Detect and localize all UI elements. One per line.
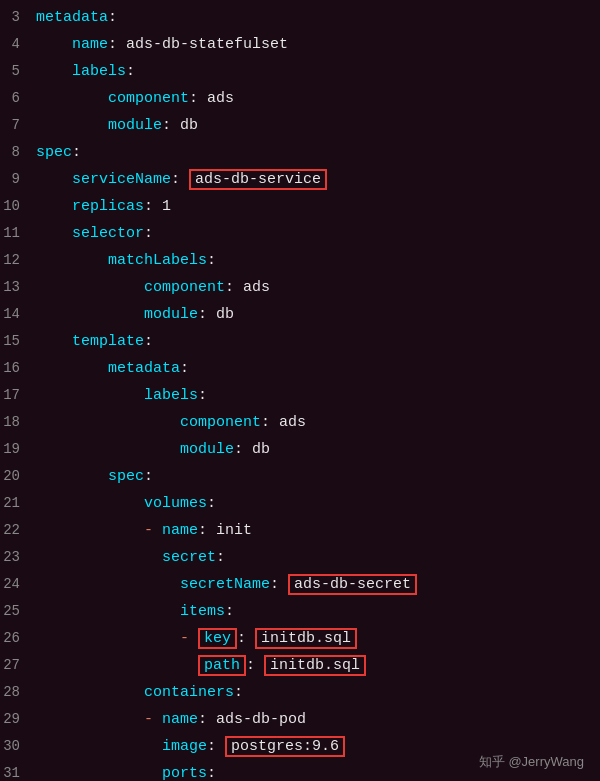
yaml-punctuation: : — [108, 9, 117, 26]
yaml-punctuation: : — [207, 765, 216, 781]
yaml-punctuation: : — [144, 198, 162, 215]
code-line: 11 selector: — [0, 220, 600, 247]
line-content: volumes: — [32, 491, 600, 517]
line-number: 8 — [0, 139, 32, 165]
line-number: 17 — [0, 382, 32, 408]
yaml-key: spec — [108, 468, 144, 485]
yaml-punctuation: : — [144, 333, 153, 350]
yaml-punctuation: : — [198, 522, 216, 539]
yaml-key: containers — [144, 684, 234, 701]
yaml-punctuation: : — [261, 414, 279, 431]
yaml-key: module — [144, 306, 198, 323]
line-number: 29 — [0, 706, 32, 732]
yaml-key: matchLabels — [108, 252, 207, 269]
line-content: serviceName: ads-db-service — [32, 167, 600, 193]
code-line: 21 volumes: — [0, 490, 600, 517]
line-content: module: db — [32, 113, 600, 139]
line-content: module: db — [32, 437, 600, 463]
yaml-punctuation: : — [234, 441, 252, 458]
yaml-punctuation: : — [225, 279, 243, 296]
line-content: replicas: 1 — [32, 194, 600, 220]
yaml-value-highlighted: ads-db-service — [189, 169, 327, 190]
code-editor: 3metadata:4 name: ads-db-statefulset5 la… — [0, 0, 600, 781]
yaml-key: module — [108, 117, 162, 134]
yaml-key: volumes — [144, 495, 207, 512]
yaml-value-highlighted2: initdb.sql — [264, 655, 366, 676]
code-line: 10 replicas: 1 — [0, 193, 600, 220]
yaml-punctuation: : — [198, 711, 216, 728]
yaml-value: db — [180, 117, 198, 134]
line-content: labels: — [32, 383, 600, 409]
code-line: 9 serviceName: ads-db-service — [0, 166, 600, 193]
yaml-key: spec — [36, 144, 72, 161]
yaml-key: module — [180, 441, 234, 458]
yaml-punctuation: : — [126, 63, 135, 80]
code-line: 17 labels: — [0, 382, 600, 409]
yaml-key: labels — [72, 63, 126, 80]
line-content: component: ads — [32, 410, 600, 436]
line-number: 13 — [0, 274, 32, 300]
line-content: component: ads — [32, 86, 600, 112]
line-number: 20 — [0, 463, 32, 489]
line-number: 5 — [0, 58, 32, 84]
line-number: 6 — [0, 85, 32, 111]
line-content: name: ads-db-statefulset — [32, 32, 600, 58]
yaml-key: ports — [162, 765, 207, 781]
yaml-punctuation: : — [198, 306, 216, 323]
yaml-punctuation: : — [144, 225, 153, 242]
yaml-punctuation: : — [237, 630, 255, 647]
code-line: 20 spec: — [0, 463, 600, 490]
line-content: containers: — [32, 680, 600, 706]
code-line: 13 component: ads — [0, 274, 600, 301]
yaml-value: ads-db-statefulset — [126, 36, 288, 53]
line-content: secret: — [32, 545, 600, 571]
yaml-punctuation: : — [162, 117, 180, 134]
line-number: 22 — [0, 517, 32, 543]
yaml-key: metadata — [36, 9, 108, 26]
yaml-value: ads — [243, 279, 270, 296]
code-line: 19 module: db — [0, 436, 600, 463]
line-content: secretName: ads-db-secret — [32, 572, 600, 598]
code-line: 16 metadata: — [0, 355, 600, 382]
yaml-key: replicas — [72, 198, 144, 215]
yaml-key: serviceName — [72, 171, 171, 188]
line-number: 26 — [0, 625, 32, 651]
yaml-key: metadata — [108, 360, 180, 377]
yaml-key: items — [180, 603, 225, 620]
line-number: 4 — [0, 31, 32, 57]
yaml-key: component — [144, 279, 225, 296]
code-line: 26 - key: initdb.sql — [0, 625, 600, 652]
line-content: - name: init — [32, 518, 600, 544]
line-content: matchLabels: — [32, 248, 600, 274]
yaml-key: labels — [144, 387, 198, 404]
line-number: 11 — [0, 220, 32, 246]
code-line: 15 template: — [0, 328, 600, 355]
yaml-punctuation: : — [171, 171, 189, 188]
yaml-key: image — [162, 738, 207, 755]
yaml-punctuation: : — [225, 603, 234, 620]
code-line: 18 component: ads — [0, 409, 600, 436]
line-number: 3 — [0, 4, 32, 30]
yaml-punctuation: : — [72, 144, 81, 161]
yaml-value: db — [216, 306, 234, 323]
line-content: path: initdb.sql — [32, 653, 600, 679]
yaml-punctuation: : — [189, 90, 207, 107]
code-line: 27 path: initdb.sql — [0, 652, 600, 679]
code-line: 25 items: — [0, 598, 600, 625]
yaml-punctuation: : — [246, 657, 264, 674]
line-number: 7 — [0, 112, 32, 138]
line-content: - name: ads-db-pod — [32, 707, 600, 733]
yaml-punctuation: : — [207, 252, 216, 269]
line-content: metadata: — [32, 356, 600, 382]
line-number: 9 — [0, 166, 32, 192]
code-line: 5 labels: — [0, 58, 600, 85]
line-number: 16 — [0, 355, 32, 381]
yaml-punctuation: : — [198, 387, 207, 404]
line-number: 30 — [0, 733, 32, 759]
yaml-punctuation: : — [108, 36, 126, 53]
line-number: 10 — [0, 193, 32, 219]
line-content: labels: — [32, 59, 600, 85]
yaml-value-highlighted2: initdb.sql — [255, 628, 357, 649]
line-number: 23 — [0, 544, 32, 570]
yaml-key: template — [72, 333, 144, 350]
